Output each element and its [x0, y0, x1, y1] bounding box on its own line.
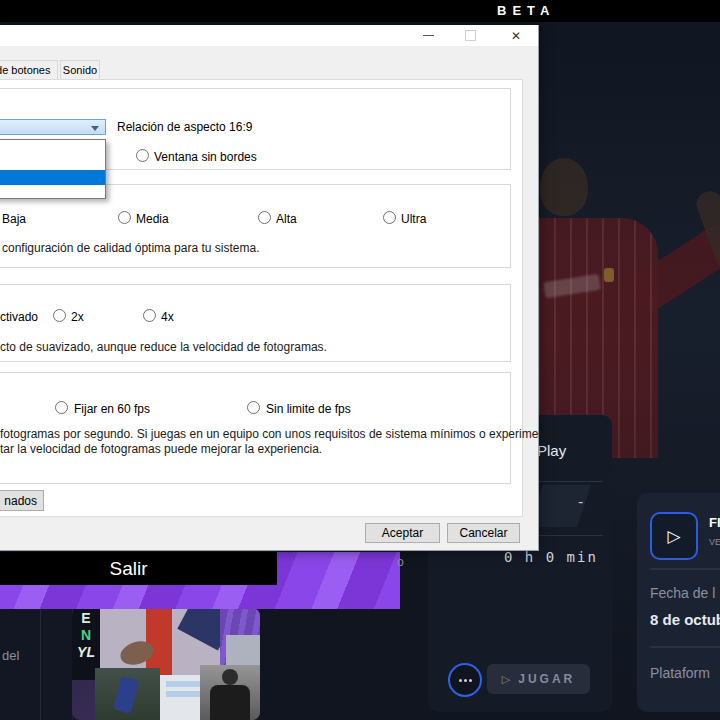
play-game-button-label: JUGAR	[518, 672, 575, 686]
exit-menu-label: Salir	[109, 558, 167, 580]
exit-menu-item[interactable]: Salir	[0, 552, 277, 585]
aa-hint-text: cto de suavizado, aunque reduce la veloc…	[0, 340, 327, 354]
game-title-fragment: FI	[709, 515, 720, 530]
dialog-titlebar: ✕	[0, 25, 538, 46]
restore-defaults-label: nados	[4, 494, 37, 508]
restore-defaults-button[interactable]: nados	[0, 490, 44, 511]
quality-alta-label: Alta	[276, 212, 297, 226]
screen: Play - 0 h 0 min ▷ JUGAR ▷ FI VE Fecha d…	[0, 0, 720, 720]
bw-player-head-artwork	[222, 669, 238, 685]
radio-quality-ultra[interactable]	[383, 211, 396, 224]
resolution-dropdown-list	[0, 139, 106, 199]
quality-media-label: Media	[136, 212, 169, 226]
divider	[538, 481, 603, 482]
beta-badge: BETA	[497, 3, 555, 18]
borderless-window-label: Ventana sin bordes	[154, 150, 257, 164]
accept-button[interactable]: Aceptar	[365, 523, 440, 543]
game-icon-tile[interactable]: ▷	[650, 512, 698, 560]
game-tile-fifa21[interactable]: E N YL	[72, 608, 260, 720]
text-fragment-del: del	[2, 648, 19, 663]
dropdown-option[interactable]	[0, 155, 105, 170]
platform-label: Plataform	[650, 665, 710, 681]
play-icon: ▷	[502, 673, 510, 686]
resolution-dropdown[interactable]	[0, 119, 106, 135]
radio-aa-2x[interactable]	[53, 309, 66, 322]
text-fragment-o: o	[397, 555, 404, 569]
radio-unlimited-fps[interactable]	[247, 401, 260, 414]
aa-2x-label: 2x	[71, 310, 84, 324]
unlimited-fps-label: Sin limite de fps	[266, 402, 351, 416]
minimize-button[interactable]	[411, 25, 445, 46]
aa-off-label: ctivado	[0, 310, 38, 324]
radio-lock-60fps[interactable]	[55, 401, 68, 414]
dropdown-option[interactable]	[0, 140, 105, 155]
tab-sonido[interactable]: Sonido	[60, 60, 100, 79]
divider	[650, 568, 720, 570]
quality-hint-text: configuración de calidad óptima para tu …	[2, 241, 259, 255]
settings-dialog: ✕ s de botones Sonido Relación de aspect…	[0, 25, 539, 551]
fps-hint-line2: tar la velocidad de fotogramas puede mej…	[0, 442, 322, 456]
divider	[40, 608, 41, 720]
lock-60fps-label: Fijar en 60 fps	[74, 402, 150, 416]
radio-borderless-window[interactable]	[136, 149, 149, 162]
chevron-down-icon	[91, 126, 99, 131]
bottom-left-panel: del	[0, 608, 73, 720]
tile-letter: E	[72, 610, 100, 627]
tile-letter: N	[72, 627, 100, 644]
game-info-card: ▷ FI VE Fecha de l 8 de octub Plataform	[637, 493, 720, 712]
aa-4x-label: 4x	[161, 310, 174, 324]
ellipsis-icon	[469, 679, 472, 682]
bw-player-body-artwork	[210, 685, 250, 720]
fps-hint-line1: fotogramas por segundo. Si juegas en un …	[0, 427, 561, 441]
maximize-icon	[465, 30, 476, 41]
divider	[650, 646, 720, 648]
quality-ultra-label: Ultra	[401, 212, 426, 226]
close-icon: ✕	[511, 29, 521, 43]
dropdown-option-selected[interactable]	[0, 170, 105, 185]
play-game-button[interactable]: ▷ JUGAR	[487, 664, 590, 694]
running-player-artwork	[113, 676, 139, 713]
more-options-button[interactable]	[448, 663, 482, 697]
play-icon: ▷	[667, 526, 680, 547]
top-bar: BETA	[0, 0, 720, 22]
cancel-button-label: Cancelar	[459, 526, 507, 540]
ellipsis-icon	[459, 679, 462, 682]
play-card-title: Play	[537, 442, 566, 459]
ellipsis-icon	[464, 679, 467, 682]
aspect-ratio-label: Relación de aspecto 16:9	[117, 120, 252, 134]
tile-photo-bw	[200, 665, 260, 720]
release-date-label: Fecha de l	[650, 585, 715, 601]
accept-button-label: Aceptar	[382, 526, 423, 540]
stat-dash-value: -	[578, 493, 583, 511]
release-date-value: 8 de octub	[650, 611, 720, 628]
minimize-icon	[423, 35, 434, 36]
close-button[interactable]: ✕	[499, 25, 533, 46]
radio-quality-alta[interactable]	[258, 211, 271, 224]
tile-gray-box-artwork	[226, 635, 260, 665]
radio-quality-media[interactable]	[118, 211, 131, 224]
tab-label: Sonido	[63, 64, 97, 76]
quality-low-label: Baja	[2, 212, 26, 226]
maximize-button[interactable]	[453, 25, 487, 46]
time-played-value: 0 h 0 min	[504, 549, 598, 565]
tab-label: s de botones	[0, 64, 51, 76]
tab-controls[interactable]: s de botones	[0, 60, 58, 79]
tile-letter: YL	[72, 644, 100, 661]
radio-aa-4x[interactable]	[143, 309, 156, 322]
divider	[538, 535, 603, 536]
game-subtitle-fragment: VE	[709, 537, 720, 547]
dropdown-option[interactable]	[0, 185, 105, 198]
tile-photo-running	[95, 668, 160, 720]
cancel-button[interactable]: Cancelar	[447, 523, 520, 543]
